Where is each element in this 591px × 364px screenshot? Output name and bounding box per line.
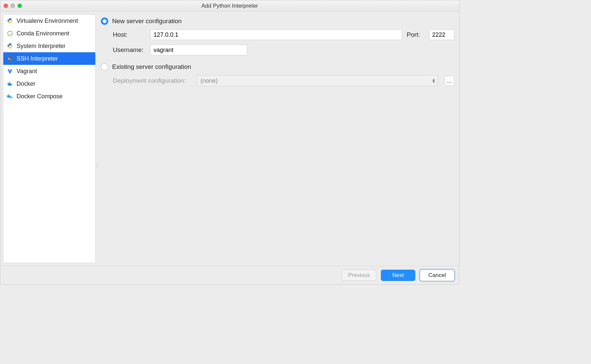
next-button[interactable]: Next (381, 270, 415, 281)
browse-button: ... (444, 76, 454, 86)
sidebar-item-system[interactable]: System Interpreter (3, 40, 95, 52)
sidebar-item-virtualenv[interactable]: Virtualenv Environment (3, 15, 95, 27)
interpreter-type-sidebar: Virtualenv Environment Conda Environment… (3, 14, 96, 263)
dropdown-value: (none) (201, 77, 218, 84)
titlebar: Add Python Interpreter (0, 0, 459, 12)
sidebar-item-label: Docker (17, 80, 35, 87)
zoom-window-icon[interactable] (18, 4, 22, 8)
sidebar-item-label: System Interpreter (17, 43, 66, 50)
sidebar-item-vagrant[interactable]: Vagrant (3, 65, 95, 77)
svg-point-0 (8, 31, 12, 36)
sidebar-item-docker-compose[interactable]: Docker Compose (3, 90, 95, 103)
window-title: Add Python Interpreter (0, 3, 459, 9)
main-panel: New server configuration Host: Port: Use… (98, 12, 459, 266)
radio-existing-server[interactable]: Existing server configuration (101, 63, 454, 70)
window-controls (4, 4, 22, 8)
sidebar-item-label: Virtualenv Environment (17, 18, 78, 24)
docker-compose-icon (7, 93, 13, 99)
vagrant-icon (7, 68, 13, 74)
svg-rect-10 (8, 94, 9, 95)
sidebar-item-label: Docker Compose (17, 93, 63, 100)
python-icon (7, 43, 13, 49)
sidebar-item-label: Vagrant (17, 68, 37, 75)
sidebar-item-label: Conda Environment (17, 30, 69, 37)
dialog-footer: Previous Next Cancel (0, 266, 459, 284)
cancel-button[interactable]: Cancel (420, 270, 454, 281)
previous-button: Previous (342, 270, 376, 281)
dialog-window: Add Python Interpreter Virtualenv Enviro… (0, 0, 459, 285)
svg-rect-1 (7, 56, 13, 61)
deployment-config-label: Deployment configuration: (113, 77, 192, 84)
sidebar-item-docker[interactable]: Docker (3, 77, 95, 90)
conda-icon (7, 30, 13, 36)
username-input[interactable] (151, 45, 247, 55)
sidebar-item-ssh[interactable]: SSH Interpreter (3, 52, 95, 65)
deployment-config-dropdown: (none) ▲▼ (197, 75, 438, 86)
svg-rect-6 (9, 82, 10, 83)
sidebar-item-conda[interactable]: Conda Environment (3, 27, 95, 40)
existing-server-form: Deployment configuration: (none) ▲▼ ... (101, 75, 454, 86)
close-window-icon[interactable] (4, 4, 8, 8)
port-input[interactable] (429, 29, 454, 40)
port-label: Port: (407, 31, 425, 38)
minimize-window-icon (11, 4, 15, 8)
username-label: Username: (113, 46, 146, 54)
chevron-updown-icon: ▲▼ (432, 78, 435, 83)
new-server-form: Host: Port: Username: (101, 29, 454, 55)
terminal-icon (7, 56, 13, 62)
docker-icon (7, 81, 13, 87)
radio-label: New server configuration (112, 18, 182, 25)
host-label: Host: (113, 31, 146, 38)
radio-label: Existing server configuration (112, 63, 191, 70)
host-input[interactable] (151, 29, 402, 40)
radio-icon (101, 18, 108, 25)
python-icon (7, 18, 13, 24)
radio-new-server[interactable]: New server configuration (101, 18, 454, 25)
ellipsis-icon: ... (447, 77, 452, 84)
grip-icon: ·········· (96, 162, 97, 168)
sidebar-item-label: SSH Interpreter (17, 55, 58, 62)
radio-icon (101, 63, 108, 70)
dialog-body: Virtualenv Environment Conda Environment… (0, 12, 459, 266)
